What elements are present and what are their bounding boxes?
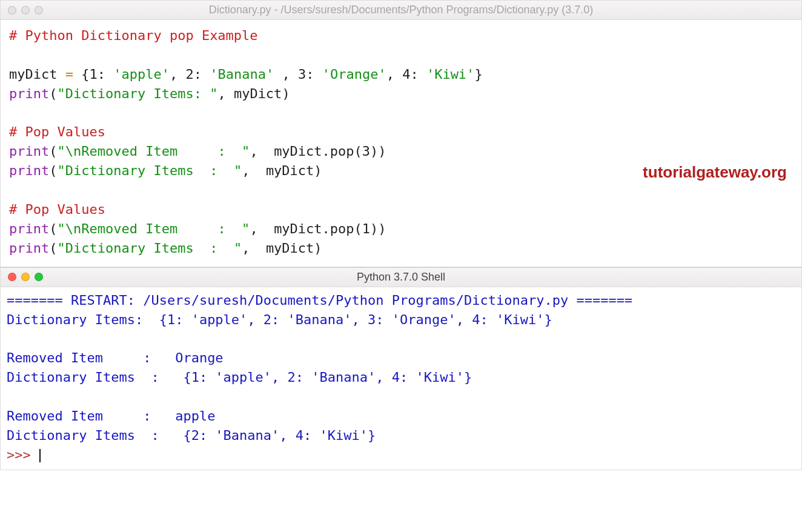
zoom-icon[interactable]: [35, 6, 43, 15]
zoom-icon[interactable]: [35, 273, 43, 281]
shell-traffic-lights: [8, 273, 43, 281]
editor-title: Dictionary.py - /Users/suresh/Documents/…: [1, 4, 801, 16]
shell-output-line: Dictionary Items : {1: 'apple', 2: 'Bana…: [7, 370, 472, 385]
close-icon[interactable]: [8, 6, 16, 15]
watermark-label: tutorialgateway.org: [643, 163, 787, 182]
text-cursor-icon: [39, 449, 41, 462]
shell-output-line: Removed Item : apple: [7, 408, 215, 424]
code-comment: # Pop Values: [9, 202, 105, 217]
code-identifier: myDict: [9, 67, 57, 82]
editor-traffic-lights: [8, 6, 43, 15]
minimize-icon[interactable]: [21, 6, 30, 15]
code-content[interactable]: # Python Dictionary pop Example myDict =…: [9, 26, 793, 258]
close-icon[interactable]: [8, 273, 16, 281]
shell-output-line: Removed Item : Orange: [7, 350, 224, 365]
shell-title: Python 3.7.0 Shell: [1, 271, 801, 284]
code-comment: # Pop Values: [9, 124, 105, 139]
shell-prompt: >>>: [7, 447, 39, 462]
shell-output-line: Dictionary Items: {1: 'apple', 2: 'Banan…: [7, 312, 552, 327]
code-editor[interactable]: tutorialgateway.org # Python Dictionary …: [1, 20, 801, 267]
shell-content[interactable]: ======= RESTART: /Users/suresh/Documents…: [7, 291, 795, 465]
editor-titlebar[interactable]: Dictionary.py - /Users/suresh/Documents/…: [1, 1, 801, 20]
minimize-icon[interactable]: [21, 273, 30, 281]
shell-output[interactable]: ======= RESTART: /Users/suresh/Documents…: [1, 287, 801, 470]
shell-titlebar[interactable]: Python 3.7.0 Shell: [1, 268, 801, 287]
code-builtin: print: [9, 86, 49, 101]
code-comment: # Python Dictionary pop Example: [9, 28, 258, 43]
editor-window: Dictionary.py - /Users/suresh/Documents/…: [0, 0, 802, 267]
shell-output-line: Dictionary Items : {2: 'Banana', 4: 'Kiw…: [7, 428, 376, 443]
shell-window: Python 3.7.0 Shell ======= RESTART: /Use…: [0, 267, 802, 470]
shell-restart-line: ======= RESTART: /Users/suresh/Documents…: [7, 293, 632, 308]
